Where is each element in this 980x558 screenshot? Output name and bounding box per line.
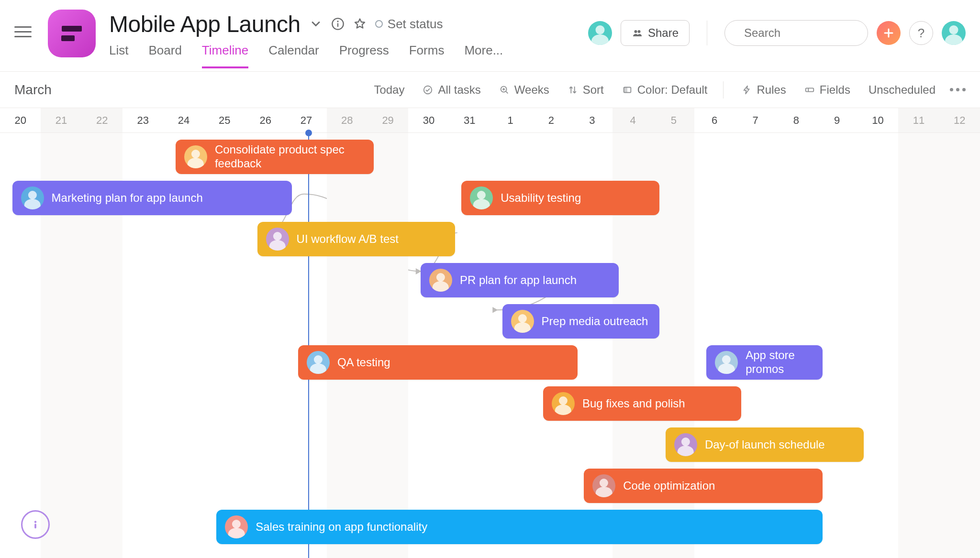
rules-label: Rules — [757, 83, 786, 97]
svg-rect-13 — [624, 87, 627, 92]
assignee-avatar[interactable] — [715, 351, 738, 374]
tab-board[interactable]: Board — [148, 43, 181, 68]
today-button[interactable]: Today — [374, 83, 404, 97]
task-bar[interactable]: Sales training on app functionality — [216, 510, 823, 544]
date-header-row: 202122232425262728293031123456789101112 — [0, 108, 980, 133]
month-label: March — [14, 82, 52, 98]
rules-button[interactable]: Rules — [742, 83, 786, 97]
tab-progress[interactable]: Progress — [339, 43, 389, 68]
svg-point-1 — [337, 21, 338, 22]
search-box[interactable] — [724, 20, 868, 46]
task-bar[interactable]: App store promos — [706, 345, 823, 380]
date-cell: 6 — [694, 108, 735, 132]
date-cell: 12 — [939, 108, 980, 132]
tab-more[interactable]: More... — [464, 43, 503, 68]
project-icon[interactable] — [48, 10, 96, 57]
task-label: PR plan for app launch — [460, 274, 610, 287]
tab-timeline[interactable]: Timeline — [202, 43, 248, 68]
people-icon — [632, 27, 643, 39]
assignee-avatar[interactable] — [429, 269, 452, 292]
sort-label: Sort — [583, 83, 604, 97]
svg-rect-14 — [806, 88, 814, 91]
assignee-avatar[interactable] — [592, 474, 615, 497]
sort-icon — [568, 85, 578, 95]
unscheduled-button[interactable]: Unscheduled — [869, 83, 935, 97]
color-button[interactable]: Color: Default — [622, 83, 708, 97]
assignee-avatar[interactable] — [266, 228, 289, 251]
assignee-avatar[interactable] — [511, 310, 534, 333]
user-avatar[interactable] — [942, 21, 966, 45]
assignee-avatar[interactable] — [225, 515, 248, 538]
svg-rect-17 — [34, 524, 36, 528]
search-input[interactable] — [744, 26, 887, 40]
all-tasks-label: All tasks — [438, 83, 480, 97]
title-row: Mobile App Launch Set status — [109, 10, 588, 38]
svg-line-9 — [506, 91, 508, 93]
help-button[interactable]: ? — [909, 21, 933, 45]
task-bar[interactable]: Code optimization — [584, 469, 823, 503]
tab-forms[interactable]: Forms — [409, 43, 445, 68]
task-bar[interactable]: Consolidate product spec feedback — [176, 140, 374, 174]
share-button[interactable]: Share — [621, 20, 690, 46]
task-bar[interactable]: Prep media outreach — [502, 304, 660, 339]
date-cell: 22 — [82, 108, 122, 132]
timeline-grid: Consolidate product spec feedbackMarketi… — [0, 133, 980, 558]
star-icon[interactable] — [353, 17, 367, 31]
date-cell: 2 — [531, 108, 571, 132]
filter-all-tasks[interactable]: All tasks — [423, 83, 480, 97]
assignee-avatar[interactable] — [552, 392, 575, 415]
date-cell: 1 — [490, 108, 531, 132]
date-cell: 27 — [286, 108, 326, 132]
zoom-weeks[interactable]: Weeks — [499, 83, 549, 97]
set-status-label: Set status — [388, 17, 443, 32]
project-menu-chevron-icon[interactable] — [309, 17, 323, 31]
fields-button[interactable]: Fields — [804, 83, 850, 97]
task-label: QA testing — [337, 356, 569, 370]
project-title[interactable]: Mobile App Launch — [109, 11, 301, 37]
set-status-button[interactable]: Set status — [375, 17, 443, 32]
tab-list[interactable]: List — [109, 43, 128, 68]
sort-button[interactable]: Sort — [568, 83, 604, 97]
task-bar[interactable]: Bug fixes and polish — [543, 386, 741, 421]
date-cell: 26 — [245, 108, 286, 132]
help-badge-button[interactable] — [21, 510, 50, 539]
assignee-avatar[interactable] — [470, 186, 493, 209]
date-cell: 23 — [122, 108, 163, 132]
task-bar[interactable]: PR plan for app launch — [421, 263, 619, 297]
add-button[interactable] — [877, 21, 901, 45]
app-header: Mobile App Launch Set status List Board … — [0, 0, 980, 72]
help-label: ? — [918, 26, 924, 41]
date-cell: 31 — [449, 108, 490, 132]
task-bar[interactable]: UI workflow A/B test — [257, 222, 456, 256]
info-icon[interactable] — [331, 17, 345, 31]
timeline-area[interactable]: 202122232425262728293031123456789101112 … — [0, 108, 980, 558]
info-icon — [28, 517, 43, 532]
zoom-icon — [499, 85, 510, 95]
tab-calendar[interactable]: Calendar — [268, 43, 319, 68]
date-cell: 30 — [408, 108, 449, 132]
date-cell: 5 — [653, 108, 694, 132]
task-bar[interactable]: QA testing — [298, 345, 578, 380]
check-circle-icon — [423, 85, 433, 95]
assignee-avatar[interactable] — [674, 433, 697, 456]
assignee-avatar[interactable] — [307, 351, 330, 374]
assignee-avatar[interactable] — [21, 186, 44, 209]
task-label: App store promos — [746, 349, 814, 376]
date-cell: 21 — [41, 108, 81, 132]
task-bar[interactable]: Marketing plan for app launch — [12, 181, 292, 215]
task-label: Bug fixes and polish — [582, 397, 733, 411]
share-label: Share — [648, 26, 679, 40]
assignee-avatar[interactable] — [184, 145, 207, 168]
divider — [723, 81, 724, 98]
today-label: Today — [374, 83, 404, 97]
date-cell: 25 — [204, 108, 245, 132]
view-tabs: List Board Timeline Calendar Progress Fo… — [109, 43, 588, 68]
task-bar[interactable]: Day-of launch schedule — [666, 427, 864, 462]
task-bar[interactable]: Usability testing — [461, 181, 659, 215]
more-actions-button[interactable] — [950, 88, 966, 91]
unscheduled-label: Unscheduled — [869, 83, 935, 97]
date-cell: 8 — [776, 108, 816, 132]
member-avatar[interactable] — [588, 21, 612, 45]
menu-toggle-button[interactable] — [14, 23, 32, 40]
task-label: Day-of launch schedule — [705, 438, 855, 452]
